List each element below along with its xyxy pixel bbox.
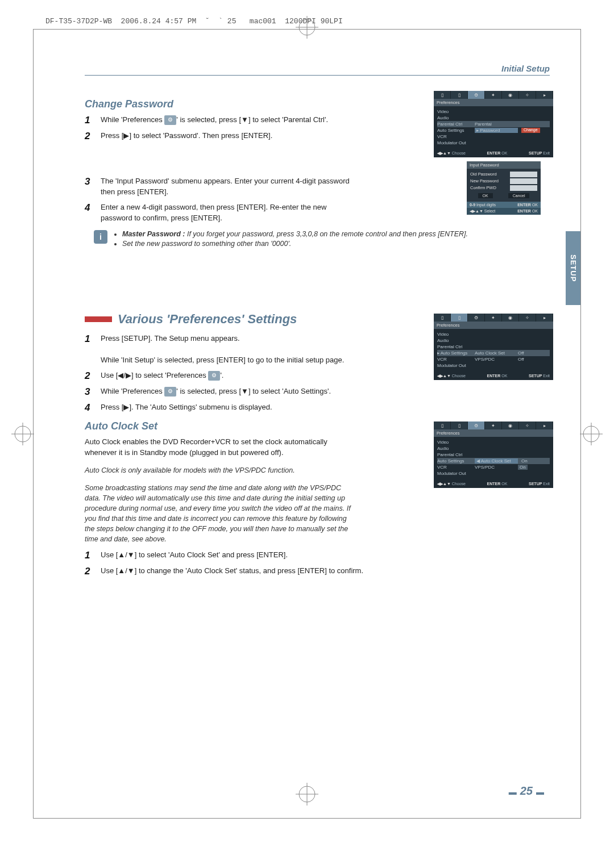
old-password-field bbox=[510, 172, 537, 177]
note-row: i Master Password : If you forget your p… bbox=[94, 230, 550, 249]
step-text: The 'Input Password' submenu appears. En… bbox=[101, 176, 351, 198]
note-item: Set the new password to something other … bbox=[122, 240, 468, 248]
gear-icon: ⚙ bbox=[164, 115, 176, 125]
step-text: Use [▲/▼] to select 'Auto Clock Set' and… bbox=[101, 550, 550, 561]
dialog-ok-button: OK bbox=[478, 193, 493, 198]
osd-screenshot-autosettings-on: ▯▯⚙✦◉✧▸ Preferences Video Audio Parental… bbox=[434, 422, 553, 488]
note-body: Master Password : If you forget your pas… bbox=[114, 230, 468, 249]
auto-clock-steps: 1 Use [▲/▼] to select 'Auto Clock Set' a… bbox=[85, 550, 550, 577]
step-number: 3 bbox=[85, 386, 93, 398]
step-text: Press [SETUP]. The Setup menu appears. W… bbox=[101, 333, 351, 366]
step-number: 1 bbox=[85, 115, 93, 126]
gear-icon: ⚙ bbox=[164, 387, 176, 397]
page-number: ▬25▬ bbox=[505, 784, 547, 798]
red-bar-icon bbox=[85, 316, 112, 322]
step-number: 4 bbox=[85, 402, 93, 414]
step-text: Enter a new 4-digit password, then press… bbox=[101, 202, 351, 224]
step-number: 3 bbox=[85, 176, 93, 198]
crop-mark-left bbox=[11, 423, 34, 445]
auto-clock-italic1: Auto Clock is only available for models … bbox=[85, 465, 358, 475]
step-number: 1 bbox=[85, 550, 93, 561]
auto-clock-intro: Auto Clock enables the DVD Recorder+VCR … bbox=[85, 437, 352, 458]
section-header: Initial Setup bbox=[85, 64, 550, 76]
step-number: 4 bbox=[85, 202, 93, 224]
step-number: 2 bbox=[85, 131, 93, 142]
page: DF-T35-37D2P-WB 2006.8.24 4:57 PM ˘ ` 25… bbox=[0, 0, 614, 868]
confirm-password-field bbox=[510, 185, 537, 191]
step-text: Use [▲/▼] to change the 'Auto Clock Set'… bbox=[101, 566, 550, 577]
new-password-field bbox=[510, 178, 537, 184]
dialog-cancel-button: Cancel bbox=[508, 193, 530, 198]
step-text: Press [▶]. The 'Auto Settings' submenu i… bbox=[101, 402, 351, 414]
info-icon: i bbox=[94, 230, 107, 244]
note-item: Master Password : If you forget your pas… bbox=[122, 230, 468, 238]
gear-icon: ⚙ bbox=[208, 371, 220, 381]
step-text: While 'Preferences ⚙' is selected, press… bbox=[101, 386, 351, 398]
crop-mark-right bbox=[580, 423, 603, 445]
auto-clock-italic2: Some broadcasting stations may send the … bbox=[85, 483, 358, 545]
page-inner: Initial Setup Change Password 1 While 'P… bbox=[33, 29, 581, 819]
step-number: 2 bbox=[85, 566, 93, 577]
step-text: While 'Preferences ⚙' is selected, press… bbox=[101, 115, 351, 126]
side-tab-setup: SETUP bbox=[566, 231, 580, 305]
osd-dialog-input-password: Input Password Old Password New Password… bbox=[467, 161, 541, 215]
osd-screenshot-autosettings-off: ▯▯⚙✦◉✧▸ Preferences Video Audio Parental… bbox=[434, 314, 553, 380]
step-text: Press [▶] to select 'Password'. Then pre… bbox=[101, 131, 351, 142]
step-number: 2 bbox=[85, 370, 93, 382]
osd-screenshot-password: ▯▯⚙✦◉✧▸ Preferences Video Audio Parental… bbox=[434, 91, 553, 157]
step-number: 1 bbox=[85, 333, 93, 366]
heading-various-prefs: Various 'Preferences' Settings bbox=[118, 312, 297, 327]
step-text: Use [◀/▶] to select 'Preferences ⚙'. bbox=[101, 370, 351, 382]
